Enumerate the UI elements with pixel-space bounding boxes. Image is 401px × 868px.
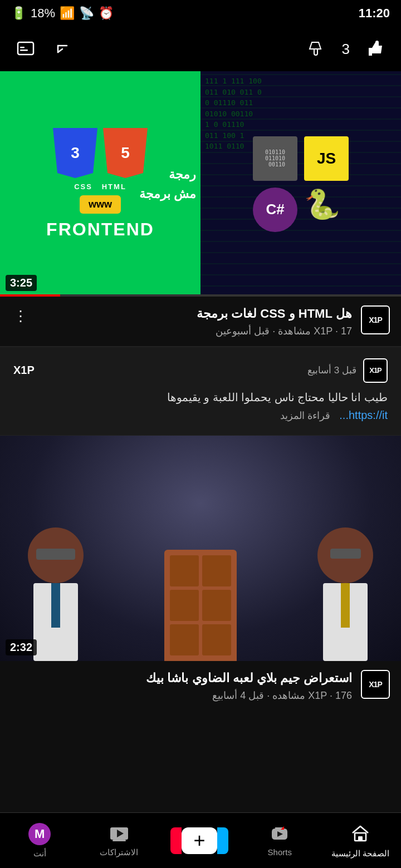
- status-time: 11:20: [359, 6, 390, 21]
- progress-fill: [0, 294, 60, 297]
- svg-rect-2: [20, 50, 28, 51]
- nav-shorts[interactable]: Shorts: [252, 824, 307, 857]
- arabic-overlay-text: رمجة مش برمجة: [139, 164, 196, 203]
- www-row: www: [80, 195, 121, 214]
- mc-tie-left: [51, 583, 60, 628]
- video-info-2: استعراض جيم بلاي لعبه الضاوي باشا بيك X1…: [0, 661, 401, 711]
- mc-body-left: [33, 583, 78, 661]
- video-title-1: هل HTML و CSS لغات برمجة: [39, 305, 352, 323]
- logos-row: 3 5: [53, 128, 148, 178]
- nav-subscriptions[interactable]: الاشتراكات: [91, 824, 147, 857]
- video-info-1: ⋮ هل HTML و CSS لغات برمجة X1P · 17 مشاه…: [0, 297, 401, 346]
- add-button[interactable]: +: [182, 827, 217, 854]
- mc-door-panel: [202, 590, 231, 621]
- nav-add[interactable]: +: [170, 827, 228, 854]
- reply-button[interactable]: [51, 37, 76, 61]
- nav-shorts-label: Shorts: [268, 847, 292, 857]
- comment-section: X1P قبل 3 أسابيع X1P طيب انا حاليا محتاج…: [0, 347, 401, 436]
- mc-door-panel: [202, 555, 231, 586]
- mc-char-right: [290, 527, 401, 661]
- svg-rect-5: [113, 840, 126, 841]
- nav-home-label: الصفحة الرئيسية: [331, 849, 389, 859]
- css-html-label: CSS HTML: [74, 183, 126, 191]
- video-progress-bar: [0, 294, 401, 297]
- mc-glasses-right: [330, 549, 361, 559]
- add-left-accent: [170, 827, 182, 854]
- bottom-nav: M أنت الاشتراكات +: [0, 812, 401, 868]
- mc-door-panel: [202, 624, 231, 655]
- nav-you[interactable]: M أنت: [12, 823, 67, 859]
- video-duration-2: 2:32: [6, 639, 37, 655]
- battery-icon: 🔋: [11, 6, 26, 21]
- like-button[interactable]: [363, 37, 388, 61]
- shorts-icon-wrap: [270, 824, 290, 844]
- mc-glasses-left: [36, 549, 75, 560]
- js-logo: JS: [304, 136, 349, 181]
- home-icon-wrap: [350, 823, 370, 845]
- add-right-accent: [217, 827, 228, 854]
- comment-header: X1P قبل 3 أسابيع X1P: [13, 358, 388, 383]
- video-thumbnail-2[interactable]: 2:32: [0, 436, 401, 661]
- comment-text: طيب انا حاليا محتاج ناس يحملوا اللعبة و …: [13, 388, 388, 424]
- mc-tie-right: [341, 583, 350, 628]
- mc-door: [164, 550, 237, 661]
- dislike-button[interactable]: [304, 37, 329, 61]
- signal-icon: 📶: [60, 6, 75, 21]
- frontend-text: FRONTEND: [46, 219, 154, 240]
- svg-rect-1: [20, 47, 25, 48]
- video-duration-1: 3:25: [6, 275, 37, 291]
- read-more-label[interactable]: قراءة المزيد: [280, 410, 330, 421]
- video-info-text-1: هل HTML و CSS لغات برمجة X1P · 17 مشاهدة…: [39, 305, 352, 337]
- mc-body-right: [323, 583, 368, 661]
- right-icons-grid: 01011001101000110 JS C# 🐍: [242, 125, 360, 243]
- status-bar: 🔋 18% 📶 📡 ⏰ 11:20: [0, 0, 401, 27]
- www-box: www: [80, 195, 121, 214]
- commenter-name: X1P: [13, 364, 35, 377]
- comment-time: قبل 3 أسابيع: [307, 364, 356, 376]
- nav-home[interactable]: الصفحة الرئيسية: [331, 823, 389, 859]
- mc-door-panel: [170, 624, 199, 655]
- svg-rect-8: [358, 836, 363, 841]
- mc-door-panel: [170, 590, 199, 621]
- action-bar: 3: [0, 27, 401, 71]
- alarm-icon: ⏰: [99, 6, 114, 21]
- x1p-text: X1P: [369, 315, 382, 324]
- nav-you-label: أنت: [33, 849, 46, 859]
- battery-text: 18%: [31, 6, 55, 21]
- video-meta-2: X1P · 176 مشاهده · قبل 4 أسابيع: [11, 689, 352, 702]
- nav-subscriptions-label: الاشتراكات: [100, 847, 138, 857]
- shorts-icon: [270, 824, 290, 844]
- channel-avatar-1[interactable]: X1P: [361, 305, 390, 334]
- css-logo: 3: [53, 128, 97, 178]
- comment-link[interactable]: https://it...: [339, 409, 388, 421]
- comment-author-row: X1P قبل 3 أسابيع: [307, 358, 388, 383]
- home-icon: [350, 823, 370, 843]
- add-btn-wrap: +: [170, 827, 228, 854]
- x1p-text-2: X1P: [369, 680, 382, 689]
- commenter-avatar: X1P: [363, 358, 388, 383]
- video-thumbnail-1[interactable]: 3 5 CSS HTML www FRONTEND رمجة مش برمجة …: [0, 71, 401, 297]
- caption-button[interactable]: [13, 37, 38, 61]
- video-meta-1: X1P · 17 مشاهدة · قبل أسبوعين: [39, 325, 352, 337]
- status-left: 🔋 18% 📶 📡 ⏰: [11, 6, 114, 21]
- mc-head-left: [28, 527, 84, 583]
- thumb-right: 111 1 111 100 011 010 011 0 0 01110 011 …: [200, 71, 401, 297]
- mc-head-right: [317, 527, 373, 583]
- binary-box: 01011001101000110: [253, 136, 297, 181]
- wifi-icon: 📡: [79, 6, 94, 21]
- subscriptions-icon: [109, 824, 129, 844]
- thumb-left: 3 5 CSS HTML www FRONTEND رمجة مش برمجة: [0, 71, 200, 297]
- video-info-text-2: استعراض جيم بلاي لعبه الضاوي باشا بيك X1…: [11, 670, 352, 702]
- bottom-padding: [0, 711, 401, 766]
- svg-rect-0: [18, 42, 33, 55]
- nav-avatar: M: [28, 823, 51, 845]
- more-options-btn-1[interactable]: ⋮: [11, 305, 30, 327]
- like-area: 3: [304, 37, 388, 61]
- channel-avatar-2[interactable]: X1P: [361, 670, 390, 699]
- arabic-line2: مش برمجة: [139, 184, 196, 204]
- python-logo: 🐍: [304, 188, 349, 232]
- mc-door-panel: [170, 555, 199, 586]
- comment-body: طيب انا حاليا محتاج ناس يحملوا اللعبة و …: [167, 391, 388, 403]
- video-title-2: استعراض جيم بلاي لعبه الضاوي باشا بيك: [11, 670, 352, 687]
- subscriptions-icon-wrap: [109, 824, 129, 844]
